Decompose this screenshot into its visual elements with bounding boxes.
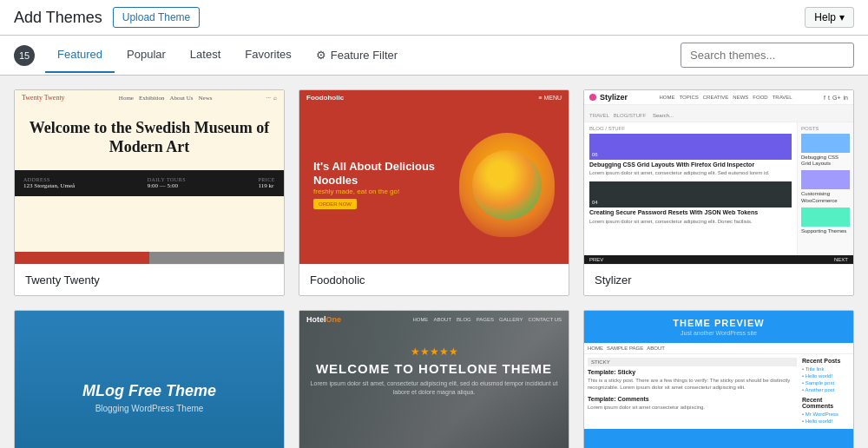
- theme-card-twenty-twenty: Twenty Twenty Home Exhibition About Us N…: [14, 89, 285, 296]
- sty-content: BLOG / STUFF 06 Debugging CSS Grid Layou…: [584, 122, 853, 255]
- tp-sidebar-item-3: • Sample post: [802, 380, 850, 385]
- tt-hero-text: Welcome to the Swedish Museum of Modern …: [15, 105, 284, 163]
- preview-mlog-inner: MLog Free Theme Blogging WordPress Theme: [15, 311, 284, 448]
- hotel-stars: ★★★★★: [308, 346, 560, 358]
- sty-logo: Stylizer: [600, 93, 628, 102]
- theme-preview-hotelone: HotelOne HOME ABOUT BLOG PAGES GALLERY C…: [299, 311, 569, 448]
- tab-featured[interactable]: Featured: [45, 37, 115, 73]
- tt-hours-col: DAILY TOURS 9:00 — 5:00: [148, 177, 186, 189]
- sty-sidebar-text-2: Customising WooCommerce: [801, 191, 850, 203]
- sty-sidebar-text-1: Debugging CSS Grid Layouts: [801, 155, 850, 167]
- theme-card-stylizer: Stylizer HOME TOPICS CREATIVE NEWS FOOD …: [583, 89, 854, 296]
- theme-card-hotelone: HotelOne HOME ABOUT BLOG PAGES GALLERY C…: [299, 310, 569, 448]
- tp-sidebar-recent-comments: Recent Comments • Mr WordPress • Hello w…: [802, 397, 850, 424]
- page-title: Add Themes: [14, 9, 102, 27]
- tt-bar-grey: [149, 252, 284, 264]
- theme-preview-themepreview: THEME PREVIEW Just another WordPress sit…: [584, 311, 853, 448]
- tp-sidebar-col: Recent Posts • Title link • Hello world!…: [802, 358, 850, 425]
- tp-main-content: HOME SAMPLE PAGE ABOUT STICKY Template: …: [584, 343, 853, 429]
- food-title: It's All About DeliciousNoodles: [313, 160, 435, 187]
- gear-icon: ⚙: [316, 49, 326, 62]
- feature-filter-label: Feature Filter: [331, 49, 398, 62]
- upload-theme-button[interactable]: Upload Theme: [113, 7, 201, 28]
- sty-logo-dot: [589, 94, 596, 101]
- tab-favorites[interactable]: Favorites: [233, 37, 303, 73]
- sty-sidebar-post-1: Debugging CSS Grid Layouts: [801, 134, 850, 167]
- preview-stylizer-inner: Stylizer HOME TOPICS CREATIVE NEWS FOOD …: [584, 90, 853, 264]
- themes-grid: Twenty Twenty Home Exhibition About Us N…: [0, 76, 868, 448]
- sty-post-1-excerpt: Lorem ipsum dolor sit amet, consectetur …: [589, 170, 792, 177]
- sty-post-2-img: 04: [589, 181, 792, 208]
- filter-tabs: Featured Popular Latest Favorites ⚙ Feat…: [45, 37, 410, 73]
- tp-article-2-text: Lorem ipsum dolor sit amet consectetur a…: [588, 405, 797, 412]
- food-cta-btn: ORDER NOW: [313, 199, 357, 209]
- sty-social-r: in: [844, 95, 848, 101]
- filter-bar: 15 Featured Popular Latest Favorites ⚙ F…: [0, 36, 868, 76]
- tp-article-2-title: Template: Comments: [588, 396, 797, 402]
- sty-post-1-title: Debugging CSS Grid Layouts With Firefox …: [589, 161, 792, 168]
- tt-color-bars: [15, 252, 284, 264]
- sty-sidebar-img-1: [801, 134, 850, 153]
- tt-address-col: ADDRESS 123 Storgatan, Umeå: [23, 177, 75, 189]
- tp-header-text: THEME PREVIEW: [591, 318, 846, 328]
- sty-featured-label: BLOG / STUFF: [589, 126, 792, 131]
- preview-hotelone-inner: HotelOne HOME ABOUT BLOG PAGES GALLERY C…: [299, 311, 569, 448]
- mlog-text: MLog Free Theme Blogging WordPress Theme: [82, 382, 216, 413]
- theme-preview-mlog: MLog Free Theme Blogging WordPress Theme: [15, 311, 284, 448]
- help-label: Help: [814, 11, 836, 23]
- food-menu: ≡ MENU: [538, 95, 562, 101]
- food-dish: [472, 150, 542, 220]
- sty-secondary-nav: TRAVEL BLOG/STUFF: [584, 105, 853, 122]
- tp-sidebar-comment-1: • Mr WordPress: [802, 412, 850, 417]
- preview-twenty-twenty-inner: Twenty Twenty Home Exhibition About Us N…: [15, 90, 284, 264]
- tp-header: THEME PREVIEW Just another WordPress sit…: [584, 311, 853, 343]
- sty-post-2-date: 04: [592, 200, 598, 205]
- hotel-desc: Lorem ipsum dolor sit amet, consectetur …: [308, 379, 560, 397]
- tab-popular[interactable]: Popular: [115, 37, 178, 73]
- sty-search[interactable]: [649, 111, 701, 120]
- food-image: [459, 133, 555, 237]
- tp-nav-sample: SAMPLE PAGE: [607, 346, 643, 351]
- theme-card-mlog: MLog Free Theme Blogging WordPress Theme…: [14, 310, 285, 448]
- tp-sticky-label: STICKY: [588, 358, 797, 366]
- hotel-hero-text: WELCOME TO HOTELONE THEME: [308, 361, 560, 376]
- mlog-subtitle: Blogging WordPress Theme: [82, 404, 216, 413]
- food-hero: It's All About DeliciousNoodles freshly …: [299, 105, 569, 264]
- help-button[interactable]: Help ▾: [805, 7, 854, 28]
- tt-site-name: Twenty Twenty: [22, 94, 65, 102]
- tab-latest[interactable]: Latest: [178, 37, 233, 73]
- mlog-title: MLog Free Theme: [82, 382, 216, 400]
- search-icon-small: ⌕: [273, 95, 277, 102]
- tp-article-2: Template: Comments Lorem ipsum dolor sit…: [588, 396, 797, 412]
- feature-filter[interactable]: ⚙ Feature Filter: [304, 37, 410, 73]
- food-logo: Foodoholic: [306, 94, 344, 102]
- theme-card-foodoholic: Foodoholic ≡ MENU It's All About Delicio…: [299, 89, 569, 296]
- preview-themepreview-inner: THEME PREVIEW Just another WordPress sit…: [584, 311, 853, 448]
- sty-nav-icons: f t G+ in: [824, 95, 848, 101]
- sty-pagination: PREV NEXT: [584, 255, 853, 264]
- theme-preview-twenty-twenty: Twenty Twenty Home Exhibition About Us N…: [15, 90, 284, 264]
- tp-tagline: Just another WordPress site: [591, 330, 846, 336]
- tt-bar-red: [15, 252, 149, 264]
- preview-foodoholic-inner: Foodoholic ≡ MENU It's All About Delicio…: [299, 90, 569, 264]
- sty-social-f: f: [824, 95, 825, 101]
- hotel-content: ★★★★★ WELCOME TO HOTELONE THEME Lorem ip…: [299, 328, 569, 414]
- sty-nav: Stylizer HOME TOPICS CREATIVE NEWS FOOD …: [584, 90, 853, 105]
- top-bar: Add Themes Upload Theme Help ▾: [0, 0, 868, 36]
- tt-nav: Twenty Twenty Home Exhibition About Us N…: [15, 90, 284, 105]
- theme-name-stylizer: Stylizer: [584, 264, 853, 295]
- hotel-logo: HotelOne: [306, 315, 341, 324]
- tp-nav-home: HOME: [588, 346, 603, 351]
- menu-icon: ···: [266, 95, 271, 102]
- tp-inner: STICKY Template: Sticky This is a sticky…: [584, 354, 853, 429]
- filter-left: 15 Featured Popular Latest Favorites ⚙ F…: [14, 37, 410, 73]
- sty-post-2-excerpt: Lorem ipsum dolor sit amet, consectetur …: [589, 219, 792, 226]
- sty-social-g: G+: [832, 95, 841, 101]
- sty-post-2-title: Creating Secure Password Resets With JSO…: [589, 209, 792, 216]
- tp-sidebar-item-2: • Hello world!: [802, 373, 850, 379]
- tp-sidebar-item-4: • Another post: [802, 387, 850, 392]
- food-subtitle: freshly made, eat on the go!: [313, 188, 435, 195]
- search-input[interactable]: [681, 43, 854, 68]
- food-nav: Foodoholic ≡ MENU: [299, 90, 569, 105]
- sty-post-1: 06 Debugging CSS Grid Layouts With Firef…: [589, 134, 792, 177]
